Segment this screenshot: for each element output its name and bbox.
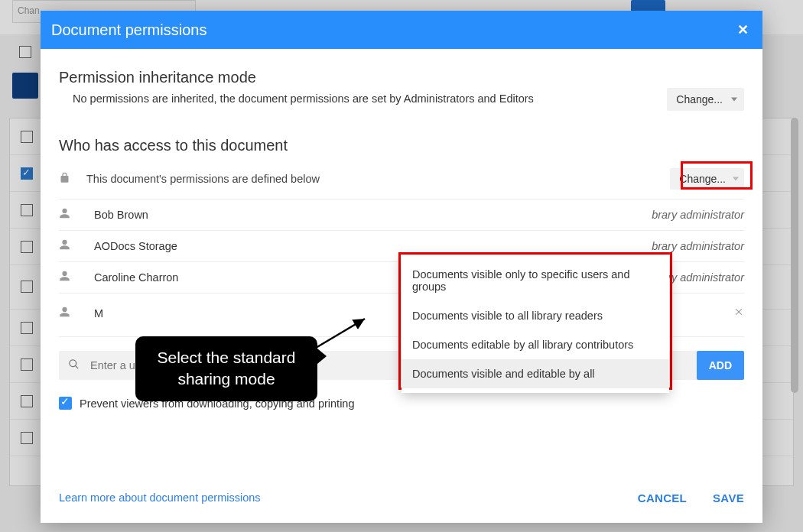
callout-line: Select the standard [152,347,301,368]
add-user-button[interactable]: ADD [697,351,744,380]
access-heading: Who has access to this document [59,137,744,154]
cancel-button[interactable]: CANCEL [638,491,687,504]
user-name: AODocs Storage [80,240,177,252]
caret-down-icon [731,98,737,102]
modal-title: Document permissions [51,21,206,39]
inheritance-heading: Permission inheritance mode [59,69,744,86]
user-role: brary administrator [652,240,744,252]
bg-select-all-checkbox [19,46,31,58]
modal-footer: Learn more about document permissions CA… [41,477,762,523]
sharing-mode-dropdown: Documents visible only to specific users… [402,255,669,393]
save-button[interactable]: SAVE [713,491,744,504]
permissions-modal: Document permissions ✕ Permission inheri… [41,11,762,523]
dropdown-option[interactable]: Documents visible to all library readers [402,301,669,330]
learn-more-link[interactable]: Learn more about document permissions [59,491,261,504]
access-change-button[interactable]: Change... [670,168,744,190]
dropdown-option[interactable]: Documents editable by all library contri… [402,330,669,359]
user-name: Bob Brown [80,209,148,221]
user-icon [59,238,80,254]
bg-action-button [12,73,38,99]
access-locked-text: This document's permissions are defined … [80,173,670,185]
user-role: brary administrator [652,209,744,221]
user-row: Bob Brown brary administrator [59,200,744,231]
inheritance-description: No permissions are inherited, the docume… [73,91,667,108]
annotation-callout: Select the standard sharing mode [135,336,317,401]
checkbox-checked-icon[interactable] [59,397,72,410]
user-icon [59,270,80,285]
dropdown-option[interactable]: Documents visible only to specific users… [402,260,669,301]
access-change-label: Change... [679,173,726,185]
remove-user-button[interactable] [733,307,744,320]
modal-header: Document permissions ✕ [41,11,762,49]
search-icon [68,358,80,373]
inheritance-change-button[interactable]: Change... [667,88,744,111]
user-name: Caroline Charron [80,271,178,284]
access-header-row: This document's permissions are defined … [59,159,744,200]
user-icon [59,207,80,222]
dropdown-option[interactable]: Documents visible and editable by all [402,359,669,388]
lock-icon [59,171,80,187]
bg-scrollbar [791,118,798,393]
modal-body: Permission inheritance mode No permissio… [41,49,762,477]
user-name: M [80,307,103,320]
user-icon [59,306,80,321]
callout-line: sharing mode [152,368,301,390]
close-button[interactable]: ✕ [737,21,749,38]
inheritance-change-label: Change... [676,93,723,105]
caret-down-icon [733,177,739,181]
